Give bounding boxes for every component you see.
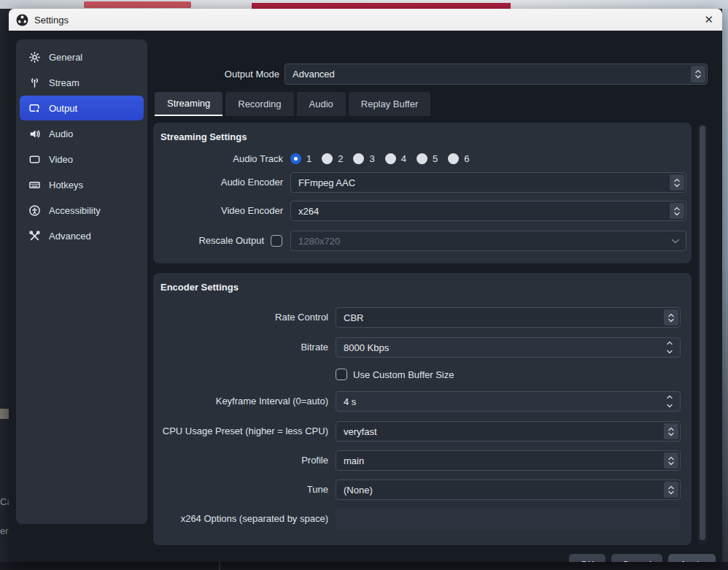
antenna-icon <box>28 77 41 89</box>
audio-track-option-3[interactable]: 3 <box>353 153 374 164</box>
spin-down-icon[interactable] <box>666 404 673 408</box>
chevron-up-icon <box>667 456 675 461</box>
radio-label: 3 <box>369 153 374 164</box>
tools-icon <box>28 230 41 242</box>
profile-select[interactable]: main <box>336 450 681 471</box>
rescale-output-checkbox[interactable] <box>271 235 282 247</box>
chevron-down-icon <box>667 318 675 323</box>
tune-label: Tune <box>153 480 328 500</box>
chevron-down-icon <box>667 461 675 466</box>
spinner-button[interactable] <box>691 66 705 82</box>
background-left-strip: Ca er <box>0 9 9 562</box>
audio-encoder-select[interactable]: FFmpeg AAC <box>290 172 686 193</box>
titlebar[interactable]: Settings ✕ <box>9 9 722 31</box>
rate-control-label: Rate Control <box>153 307 328 328</box>
background-divider <box>219 562 220 570</box>
chevron-down-icon <box>667 490 675 495</box>
settings-window: Settings ✕ General <box>9 9 722 562</box>
sidebar-item-stream[interactable]: Stream <box>20 70 144 95</box>
streaming-settings-group: Streaming Settings Audio Track 1 2 3 4 5… <box>153 123 692 263</box>
audio-track-option-6[interactable]: 6 <box>448 153 469 164</box>
chevron-down-icon <box>667 432 675 436</box>
screen: Ca er Settings ✕ <box>0 0 728 570</box>
scrollbar-track[interactable] <box>697 124 708 544</box>
spinner-button[interactable] <box>670 174 684 190</box>
radio-icon[interactable] <box>353 153 364 164</box>
spinner-button[interactable] <box>664 452 678 469</box>
chevron-up-icon <box>673 178 681 182</box>
sidebar-item-audio[interactable]: Audio <box>20 121 144 146</box>
radio-label: 2 <box>338 153 343 164</box>
x264-options-label: x264 Options (separated by space) <box>153 509 328 529</box>
profile-label: Profile <box>153 450 328 471</box>
sidebar-item-video[interactable]: Video <box>20 147 144 172</box>
tab-recording[interactable]: Recording <box>225 92 293 116</box>
rescale-resolution-select[interactable]: 1280x720 <box>290 231 686 251</box>
output-icon <box>28 102 41 115</box>
audio-track-radios: 1 2 3 4 5 6 <box>290 153 479 164</box>
spin-up-icon[interactable] <box>666 395 673 399</box>
spinner-button[interactable] <box>664 423 678 439</box>
tune-value: (None) <box>336 485 662 496</box>
sidebar-item-label: Accessibility <box>49 205 101 216</box>
apply-button[interactable]: Apply <box>668 554 716 562</box>
tab-replay-buffer[interactable]: Replay Buffer <box>349 92 431 116</box>
chevron-down-icon <box>694 74 702 79</box>
chevron-up-icon <box>667 485 675 490</box>
close-icon[interactable]: ✕ <box>704 9 713 31</box>
radio-label: 4 <box>401 153 406 164</box>
bitrate-spinbox[interactable]: 8000 Kbps <box>336 337 681 358</box>
chevron-up-icon <box>667 427 675 431</box>
radio-icon[interactable] <box>448 153 459 164</box>
x264-options-input[interactable] <box>336 509 681 529</box>
sidebar-item-general[interactable]: General <box>20 45 144 69</box>
background-red-bar-2 <box>252 3 511 9</box>
chevron-down-icon <box>671 239 680 244</box>
cpu-usage-preset-select[interactable]: veryfast <box>336 421 681 442</box>
radio-icon[interactable] <box>322 153 333 164</box>
sidebar-item-advanced[interactable]: Advanced <box>20 223 144 248</box>
spin-up-icon[interactable] <box>666 341 673 345</box>
radio-icon[interactable] <box>417 153 427 164</box>
spinner-button[interactable] <box>664 309 678 326</box>
rate-control-select[interactable]: CBR <box>336 307 681 328</box>
tab-label: Replay Buffer <box>361 99 419 109</box>
scrollbar-thumb[interactable] <box>700 126 705 540</box>
audio-track-option-5[interactable]: 5 <box>417 153 438 164</box>
sidebar-item-output[interactable]: Output <box>20 96 144 120</box>
radio-label: 5 <box>433 153 438 164</box>
radio-selected-icon[interactable] <box>290 153 301 164</box>
audio-encoder-value: FFmpeg AAC <box>291 177 668 188</box>
keyframe-interval-label: Keyframe Interval (0=auto) <box>153 391 328 412</box>
spinner-button[interactable] <box>664 482 678 498</box>
chevron-up-icon <box>694 69 702 74</box>
output-mode-select[interactable]: Advanced <box>284 63 708 85</box>
keyboard-icon <box>28 179 41 191</box>
ok-button[interactable]: OK <box>569 554 605 562</box>
radio-label: 1 <box>306 153 311 164</box>
spin-down-icon[interactable] <box>666 350 673 354</box>
accessibility-icon <box>28 204 41 217</box>
audio-track-option-4[interactable]: 4 <box>385 153 406 164</box>
cpu-usage-preset-value: veryfast <box>336 426 662 437</box>
spinner-button[interactable] <box>670 203 684 219</box>
tab-label: Recording <box>238 99 281 109</box>
speaker-icon <box>28 128 41 140</box>
sidebar-item-label: General <box>49 52 82 63</box>
video-encoder-select[interactable]: x264 <box>290 201 686 221</box>
keyframe-interval-spinbox[interactable]: 4 s <box>336 391 681 412</box>
tune-select[interactable]: (None) <box>336 480 681 500</box>
sidebar-item-accessibility[interactable]: Accessibility <box>20 198 144 223</box>
chevron-down-icon <box>673 183 681 188</box>
audio-track-option-1[interactable]: 1 <box>290 153 311 164</box>
radio-icon[interactable] <box>385 153 396 164</box>
tab-streaming[interactable]: Streaming <box>155 92 222 116</box>
sidebar-item-hotkeys[interactable]: Hotkeys <box>20 172 144 197</box>
tab-audio[interactable]: Audio <box>297 92 346 116</box>
profile-value: main <box>336 455 662 466</box>
sidebar-item-label: Output <box>49 103 77 114</box>
audio-track-option-2[interactable]: 2 <box>322 153 343 164</box>
cancel-button[interactable]: Cancel <box>611 554 662 562</box>
use-custom-buffer-size-checkbox[interactable] <box>336 369 347 380</box>
sidebar-item-label: Video <box>49 154 73 165</box>
